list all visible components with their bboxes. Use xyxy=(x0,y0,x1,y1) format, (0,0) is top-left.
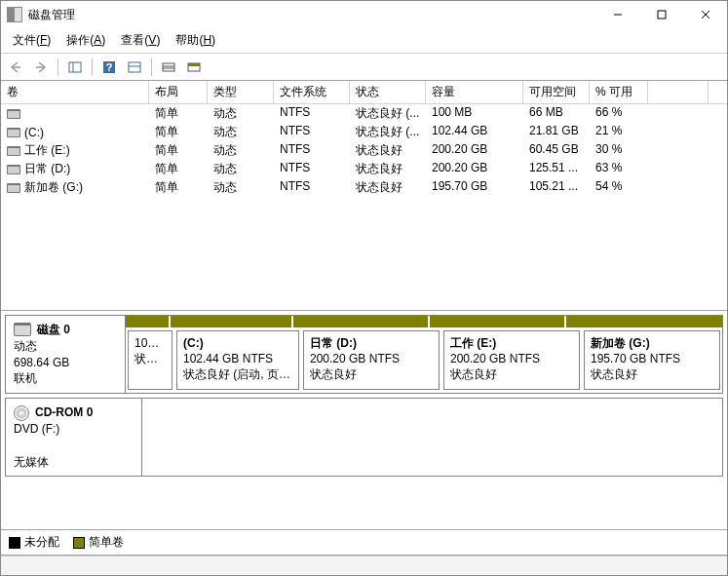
volume-cell: 简单 xyxy=(149,160,208,178)
table-row[interactable]: (C:)简单动态NTFS状态良好 (...102.44 GB21.81 GB21… xyxy=(1,123,727,141)
drive-icon xyxy=(7,109,20,119)
volume-cell: 动态 xyxy=(208,123,274,141)
volume-cell: 简单 xyxy=(149,123,208,141)
volume-cell: 60.45 GB xyxy=(523,141,590,160)
volume-cell: NTFS xyxy=(274,104,350,123)
partition[interactable]: 日常 (D:)200.20 GB NTFS状态良好 xyxy=(303,330,440,390)
titlebar: 磁盘管理 xyxy=(1,1,727,28)
back-button[interactable] xyxy=(5,57,26,78)
disk-info[interactable]: CD-ROM 0DVD (F:) 无媒体 xyxy=(6,399,142,476)
volume-cell: 简单 xyxy=(149,178,208,197)
partition[interactable]: 新加卷 (G:)195.70 GB NTFS状态良好 xyxy=(584,330,720,390)
svg-rect-12 xyxy=(163,63,174,71)
partition[interactable]: 工作 (E:)200.20 GB NTFS状态良好 xyxy=(443,330,580,390)
volume-name-cell: 新加卷 (G:) xyxy=(1,178,149,197)
window-controls xyxy=(595,1,727,28)
disk-info[interactable]: 磁盘 0动态698.64 GB联机 xyxy=(6,316,126,393)
volume-name-cell: (C:) xyxy=(1,123,149,141)
drive-icon xyxy=(7,183,20,193)
svg-rect-10 xyxy=(129,62,140,72)
volume-cell: NTFS xyxy=(274,160,350,178)
volume-cell: 动态 xyxy=(208,178,274,197)
forward-button[interactable] xyxy=(30,57,52,78)
menu-f[interactable]: 文件(F) xyxy=(5,30,58,51)
cd-icon xyxy=(14,405,29,421)
column-header[interactable]: 容量 xyxy=(426,81,523,103)
minimize-button[interactable] xyxy=(595,1,639,28)
drive-icon xyxy=(7,165,20,174)
column-header[interactable]: 布局 xyxy=(149,81,208,103)
column-header[interactable]: 文件系统 xyxy=(274,81,350,103)
volume-cell: 105.21 ... xyxy=(523,178,590,197)
volume-cell: 21 % xyxy=(590,123,648,141)
column-header[interactable] xyxy=(648,81,709,103)
partition[interactable]: 100 M状态良 xyxy=(128,330,172,390)
table-row[interactable]: 新加卷 (G:)简单动态NTFS状态良好195.70 GB105.21 ...5… xyxy=(1,178,727,197)
column-header[interactable]: 卷 xyxy=(1,81,149,103)
svg-text:?: ? xyxy=(106,61,113,73)
refresh-button[interactable] xyxy=(124,57,145,78)
volume-header: 卷布局类型文件系统状态容量可用空间% 可用 xyxy=(1,81,727,104)
menu-v[interactable]: 查看(V) xyxy=(113,30,168,51)
table-row[interactable]: 简单动态NTFS状态良好 (...100 MB66 MB66 % xyxy=(1,104,727,123)
table-row[interactable]: 日常 (D:)简单动态NTFS状态良好200.20 GB125.51 ...63… xyxy=(1,160,727,178)
volume-cell: 66 % xyxy=(590,104,648,123)
volume-cell: 54 % xyxy=(590,178,648,197)
disk-icon xyxy=(14,323,31,336)
view-layout-button[interactable] xyxy=(64,57,86,78)
volume-name-cell: 日常 (D:) xyxy=(1,160,149,178)
volume-cell: 30 % xyxy=(590,141,648,160)
volume-cell: 21.81 GB xyxy=(523,123,590,141)
column-header[interactable]: 可用空间 xyxy=(523,81,590,103)
partition[interactable]: (C:)102.44 GB NTFS状态良好 (启动, 页面文 xyxy=(176,330,299,390)
volume-cell: 100 MB xyxy=(426,104,523,123)
volume-cell: 102.44 GB xyxy=(426,123,523,141)
column-header[interactable]: 状态 xyxy=(350,81,426,103)
close-button[interactable] xyxy=(683,1,727,28)
legend: 未分配简单卷 xyxy=(1,530,727,556)
volume-cell: NTFS xyxy=(274,141,350,160)
menu-h[interactable]: 帮助(H) xyxy=(168,30,223,51)
volume-cell: 200.20 GB xyxy=(426,141,523,160)
volume-cell: 200.20 GB xyxy=(426,160,523,178)
volume-cell: 63 % xyxy=(590,160,648,178)
window: 磁盘管理 文件(F)操作(A)查看(V)帮助(H) ? 卷布局类型文件系统状态容… xyxy=(0,0,728,576)
list-view-button[interactable] xyxy=(158,57,179,78)
volume-cell: 动态 xyxy=(208,141,274,160)
disk-row: CD-ROM 0DVD (F:) 无媒体 xyxy=(5,398,723,477)
disk-row: 磁盘 0动态698.64 GB联机100 M状态良(C:)102.44 GB N… xyxy=(5,315,723,394)
volume-cell: 状态良好 (... xyxy=(350,123,426,141)
menu-a[interactable]: 操作(A) xyxy=(58,30,113,51)
help-button[interactable]: ? xyxy=(98,57,120,78)
volume-cell: NTFS xyxy=(274,123,350,141)
app-icon xyxy=(7,7,22,22)
detail-view-button[interactable] xyxy=(183,57,205,78)
volume-body[interactable]: 简单动态NTFS状态良好 (...100 MB66 MB66 %(C:)简单动态… xyxy=(1,104,727,310)
menubar: 文件(F)操作(A)查看(V)帮助(H) xyxy=(1,28,727,54)
svg-rect-1 xyxy=(658,11,666,19)
volume-cell: 125.51 ... xyxy=(523,160,590,178)
svg-rect-16 xyxy=(188,63,200,66)
legend-item: 简单卷 xyxy=(73,534,124,551)
column-header[interactable]: % 可用 xyxy=(590,81,648,103)
volume-cell: 66 MB xyxy=(523,104,590,123)
status-bar xyxy=(1,556,727,575)
table-row[interactable]: 工作 (E:)简单动态NTFS状态良好200.20 GB60.45 GB30 % xyxy=(1,141,727,160)
volume-name-cell xyxy=(1,104,149,123)
disk-map[interactable]: 磁盘 0动态698.64 GB联机100 M状态良(C:)102.44 GB N… xyxy=(1,311,727,530)
volume-cell: 状态良好 (... xyxy=(350,104,426,123)
volume-cell: 简单 xyxy=(149,141,208,160)
drive-icon xyxy=(7,146,20,156)
volume-cell: NTFS xyxy=(274,178,350,197)
legend-item: 未分配 xyxy=(9,534,59,551)
window-title: 磁盘管理 xyxy=(28,7,595,23)
maximize-button[interactable] xyxy=(639,1,683,28)
volume-cell: 动态 xyxy=(208,104,274,123)
volume-cell: 状态良好 xyxy=(350,141,426,160)
column-header[interactable]: 类型 xyxy=(208,81,274,103)
volume-list: 卷布局类型文件系统状态容量可用空间% 可用 简单动态NTFS状态良好 (...1… xyxy=(1,81,727,311)
volume-cell: 195.70 GB xyxy=(426,178,523,197)
volume-cell: 动态 xyxy=(208,160,274,178)
legend-swatch-icon xyxy=(73,537,85,549)
volume-cell: 简单 xyxy=(149,104,208,123)
